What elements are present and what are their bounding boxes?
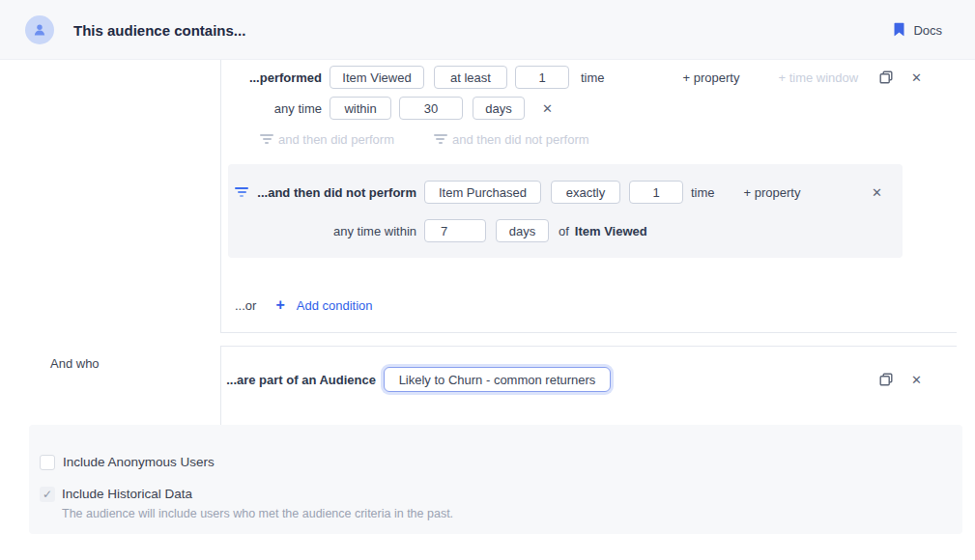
or-label: ...or [235,298,256,313]
checkbox-unchecked-icon[interactable] [40,455,55,470]
person-icon [32,22,47,38]
of-event: Item Viewed [575,224,647,238]
count-input[interactable] [515,66,569,89]
or-row: ...or + Add condition [221,297,957,313]
filter-icon [260,134,273,144]
include-anonymous-option[interactable]: Include Anonymous Users [40,455,215,470]
close-icon[interactable]: ✕ [911,71,922,84]
duplicate-icon[interactable] [879,70,893,84]
audience-row: ...are part of an Audience ✕ [221,367,957,392]
filter-icon [434,134,447,144]
sub-window-value-input[interactable] [424,219,486,242]
bookmark-icon [894,23,904,37]
historical-text-group: Include Historical Data The audience wil… [62,487,453,520]
subcondition-row2: any time within days of Item Viewed [228,219,903,242]
sub-event-select[interactable]: Item Purchased [424,181,541,204]
subcondition-row1: ...and then did not perform Item Purchas… [228,164,903,204]
add-property-button[interactable]: + property [744,185,801,200]
row-actions: ✕ [879,70,922,84]
sub-window-unit-select[interactable]: days [496,219,549,242]
options-panel: Include Anonymous Users ✓ Include Histor… [29,425,962,534]
subcondition-label-group: ...and then did not perform [228,185,416,200]
page-title: This audience contains... [73,21,245,38]
duplicate-icon[interactable] [879,373,893,386]
sequence-options-row: and then did perform and then did not pe… [221,131,957,147]
add-time-window-button: + time window [778,70,858,85]
audience-select-input[interactable] [384,367,611,392]
row-actions: ✕ [879,373,922,386]
subcondition-block: ...and then did not perform Item Purchas… [228,164,903,258]
time-window-label: any time [221,101,322,116]
sequence-option-label: and then did not perform [452,132,589,147]
event-select[interactable]: Item Viewed [330,66,424,89]
plus-icon[interactable]: + [275,297,284,313]
audience-condition-card: ...are part of an Audience ✕ [220,346,957,425]
avatar [25,15,54,44]
add-property-button[interactable]: + property [683,70,740,85]
sub-count-input[interactable] [629,181,683,204]
include-historical-description: The audience will include users who met … [62,507,453,520]
checkmark-icon[interactable]: ✓ [40,487,55,502]
subcondition-label: ...and then did not perform [257,185,416,200]
add-then-did-perform[interactable]: and then did perform [260,132,394,147]
performed-row: ...performed Item Viewed at least time +… [221,66,957,89]
include-anonymous-label: Include Anonymous Users [63,455,215,470]
add-condition-button[interactable]: Add condition [297,298,373,313]
within-select[interactable]: within [330,97,391,120]
window-unit-select[interactable]: days [473,97,525,120]
docs-link[interactable]: Docs [894,22,942,37]
close-icon[interactable]: ✕ [911,374,922,386]
close-icon[interactable]: ✕ [542,102,553,115]
include-historical-label: Include Historical Data [62,487,453,502]
performed-label: ...performed [221,70,322,85]
include-historical-option[interactable]: ✓ Include Historical Data The audience w… [40,487,453,520]
add-then-did-not-perform[interactable]: and then did not perform [434,132,589,147]
time-window-row: any time within days ✕ [221,97,957,120]
header: This audience contains... Docs [0,0,975,60]
sub-operator-select[interactable]: exactly [551,181,620,204]
window-value-input[interactable] [399,97,463,120]
and-who-label: And who [50,356,100,371]
close-icon[interactable]: ✕ [872,186,882,199]
filter-icon [235,187,248,197]
sequence-option-label: and then did perform [278,132,394,147]
count-suffix: time [581,70,605,85]
of-label: of [559,224,569,238]
audience-row-label: ...are part of an Audience [221,373,376,387]
condition-card: ...performed Item Viewed at least time +… [220,60,957,333]
operator-select[interactable]: at least [434,66,507,89]
sub-time-label: any time within [228,224,416,238]
docs-label: Docs [913,22,942,37]
sub-count-suffix: time [691,185,715,200]
